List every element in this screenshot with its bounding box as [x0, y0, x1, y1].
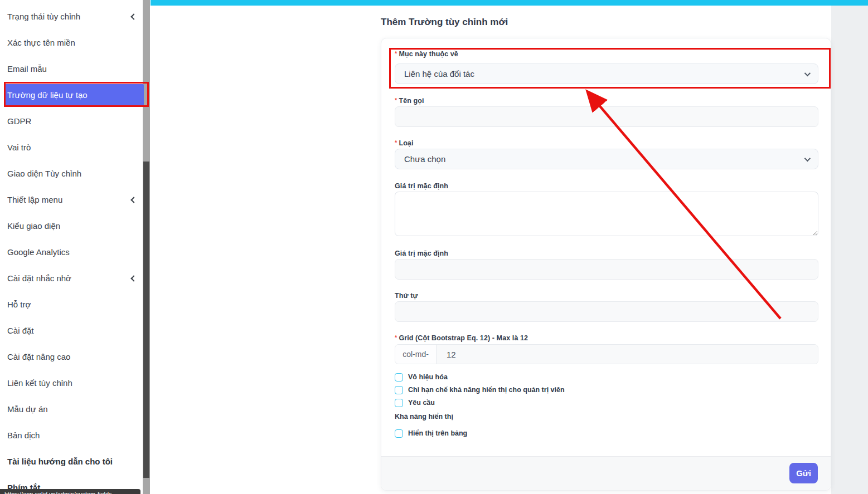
- sidebar-item-translations[interactable]: Bản dịch: [0, 422, 143, 448]
- sidebar-item-label: Liên kết tùy chỉnh: [7, 378, 72, 388]
- checkbox-label: Chỉ hạn chế khả năng hiển thị cho quản t…: [408, 386, 565, 394]
- grid-input-group: col-md-: [395, 344, 818, 364]
- sidebar-item-label: Cài đặt: [7, 326, 34, 335]
- sidebar-item-custom-status[interactable]: Trạng thái tùy chỉnh: [0, 3, 143, 30]
- type-select[interactable]: Chưa chọn: [395, 149, 818, 169]
- chevron-left-icon: [130, 275, 137, 281]
- sidebar-item-email-template[interactable]: Email mẫu: [0, 56, 143, 82]
- sidebar-scrollbar-thumb[interactable]: [143, 162, 149, 478]
- card-footer: Gửi: [381, 456, 831, 490]
- checkbox-label: Hiển thị trên bảng: [408, 429, 467, 437]
- checkbox-label: Yêu cầu: [408, 399, 435, 407]
- settings-sidebar: Trạng thái tùy chỉnh Xác thực tên miền E…: [0, 0, 143, 494]
- sidebar-item-advanced-settings[interactable]: Cài đặt nâng cao: [0, 344, 143, 370]
- sidebar-item-label: Trường dữ liệu tự tạo: [7, 90, 88, 100]
- sidebar-item-label: Vai trò: [7, 143, 31, 152]
- page-title: Thêm Trường tùy chỉnh mới: [381, 17, 508, 28]
- checkbox-label: Vô hiệu hóa: [408, 373, 448, 381]
- checkbox-row-admin-only[interactable]: Chỉ hạn chế khả năng hiển thị cho quản t…: [395, 384, 565, 396]
- name-input[interactable]: [395, 106, 818, 127]
- custom-field-form-card: *Mục này thuộc về Liên hệ của đối tác *T…: [381, 38, 831, 491]
- sidebar-item-custom-fields[interactable]: Trường dữ liệu tự tạo: [4, 84, 144, 106]
- required-asterisk: *: [395, 139, 397, 146]
- chevron-left-icon: [130, 13, 137, 19]
- top-accent-bar: [151, 0, 868, 6]
- order-label: Thứ tự: [395, 292, 418, 300]
- sidebar-item-label: Cài đặt nâng cao: [7, 352, 70, 361]
- grid-prefix: col-md-: [395, 345, 437, 364]
- sidebar-item-label: Cài đặt nhắc nhở: [7, 273, 71, 283]
- sidebar-item-theme-style[interactable]: Kiểu giao diện: [0, 213, 143, 239]
- visibility-heading: Khả năng hiển thị: [395, 413, 453, 420]
- checkbox-row-show-on-table[interactable]: Hiển thị trên bảng: [395, 427, 467, 439]
- status-bar-url: https://app.solid.vn/admin/custom-fields: [0, 489, 140, 494]
- type-label: *Loại: [395, 139, 414, 147]
- checkbox-row-disabled[interactable]: Vô hiệu hóa: [395, 371, 448, 383]
- checkbox-icon[interactable]: [395, 386, 403, 394]
- sidebar-item-label: Thiết lập menu: [7, 195, 62, 204]
- sidebar-item-label: Kiểu giao diện: [7, 221, 60, 231]
- belongs-to-select[interactable]: Liên hệ của đối tác: [395, 63, 818, 84]
- content-background-strip: [831, 6, 868, 494]
- default-value-textarea[interactable]: [395, 192, 818, 236]
- submit-button[interactable]: Gửi: [789, 463, 818, 483]
- required-asterisk: *: [395, 97, 397, 104]
- name-label: *Tên gọi: [395, 97, 424, 105]
- sidebar-item-label: Mẫu dự án: [7, 404, 48, 414]
- type-select-value: Chưa chọn: [404, 154, 445, 164]
- sidebar-item-project-templates[interactable]: Mẫu dự án: [0, 396, 143, 422]
- sidebar-item-domain-verify[interactable]: Xác thực tên miền: [0, 30, 143, 56]
- grid-input[interactable]: [437, 345, 818, 364]
- checkbox-icon[interactable]: [395, 429, 403, 438]
- chevron-left-icon: [130, 197, 137, 203]
- sidebar-item-docs[interactable]: Tài liệu hướng dẫn cho tôi: [0, 448, 143, 475]
- sidebar-item-custom-ui[interactable]: Giao diện Tùy chỉnh: [0, 160, 143, 187]
- app-window: Trạng thái tùy chỉnh Xác thực tên miền E…: [0, 0, 868, 494]
- sidebar-item-google-analytics[interactable]: Google Analytics: [0, 239, 143, 265]
- sidebar-item-label: Bản dịch: [7, 431, 40, 440]
- sidebar-item-label: Trạng thái tùy chỉnh: [7, 12, 80, 21]
- chevron-down-icon: [804, 155, 811, 161]
- sidebar-item-support[interactable]: Hỗ trợ: [0, 291, 143, 317]
- sidebar-item-reminder-settings[interactable]: Cài đặt nhắc nhở: [0, 265, 143, 291]
- sidebar-item-label: Hỗ trợ: [7, 300, 31, 309]
- belongs-to-select-value: Liên hệ của đối tác: [404, 69, 474, 79]
- chevron-down-icon: [804, 70, 811, 76]
- sidebar-scrollbar-track[interactable]: [143, 0, 150, 494]
- sidebar-item-label: Tài liệu hướng dẫn cho tôi: [7, 457, 113, 466]
- belongs-to-label: *Mục này thuộc về: [395, 50, 458, 58]
- required-asterisk: *: [395, 334, 397, 341]
- sidebar-item-label: Email mẫu: [7, 64, 47, 74]
- sidebar-item-menu-setup[interactable]: Thiết lập menu: [0, 187, 143, 213]
- checkbox-icon[interactable]: [395, 399, 403, 407]
- default-value-long-label: Giá trị mặc định: [395, 182, 448, 190]
- sidebar-item-settings[interactable]: Cài đặt: [0, 317, 143, 344]
- default-value-label: Giá trị mặc định: [395, 250, 448, 257]
- required-asterisk: *: [395, 50, 397, 57]
- default-value-input[interactable]: [395, 259, 818, 280]
- sidebar-item-roles[interactable]: Vai trò: [0, 134, 143, 160]
- sidebar-item-label: Xác thực tên miền: [7, 38, 75, 47]
- grid-label: *Grid (Cột Bootstrap Eq. 12) - Max là 12: [395, 334, 528, 342]
- sidebar-item-label: Google Analytics: [7, 247, 70, 257]
- checkbox-row-required[interactable]: Yêu cầu: [395, 397, 435, 409]
- sidebar-item-custom-links[interactable]: Liên kết tùy chỉnh: [0, 370, 143, 396]
- sidebar-item-label: GDPR: [7, 116, 31, 126]
- order-input[interactable]: [395, 301, 818, 322]
- sidebar-item-gdpr[interactable]: GDPR: [0, 108, 143, 134]
- sidebar-item-label: Giao diện Tùy chỉnh: [7, 169, 81, 178]
- checkbox-icon[interactable]: [395, 373, 403, 381]
